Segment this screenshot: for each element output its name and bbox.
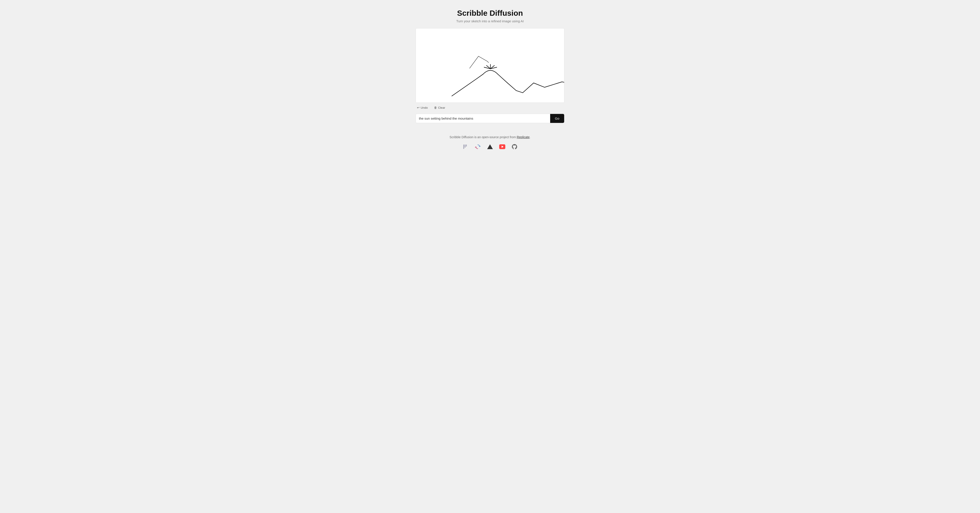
vercel-icon: [487, 145, 493, 149]
svg-rect-6: [465, 145, 466, 148]
go-button[interactable]: Go: [550, 114, 564, 123]
footer-text: Scribble Diffusion is an open-source pro…: [450, 135, 530, 139]
undo-button[interactable]: ↩ Undo: [415, 105, 429, 110]
clear-label: Clear: [438, 106, 445, 110]
footer-text-after: .: [530, 135, 530, 139]
prompt-row: Go: [415, 114, 564, 123]
cycle-footer-icon[interactable]: [474, 143, 481, 150]
svg-rect-5: [463, 145, 464, 149]
youtube-footer-icon[interactable]: [499, 143, 506, 150]
page-title: Scribble Diffusion: [457, 9, 523, 17]
sketch-canvas-wrapper[interactable]: [415, 28, 564, 103]
undo-label: Undo: [421, 106, 428, 110]
vercel-footer-icon[interactable]: [487, 143, 493, 150]
github-icon: [512, 144, 517, 149]
replicate-link[interactable]: Replicate: [517, 135, 530, 139]
page-subtitle: Turn your sketch into a refined image us…: [456, 19, 524, 23]
clear-icon: 🗑: [434, 106, 437, 110]
replicate-footer-icon[interactable]: [462, 143, 469, 150]
undo-icon: ↩: [417, 106, 420, 110]
footer-icons: [462, 143, 518, 150]
github-footer-icon[interactable]: [511, 143, 518, 150]
prompt-input[interactable]: [416, 114, 550, 123]
canvas-controls: ↩ Undo 🗑 Clear: [415, 105, 447, 110]
svg-rect-7: [466, 145, 467, 146]
footer-text-before: Scribble Diffusion is an open-source pro…: [450, 135, 517, 139]
replicate-icon: [463, 144, 468, 149]
clear-button[interactable]: 🗑 Clear: [433, 105, 447, 110]
sketch-canvas[interactable]: [416, 29, 564, 103]
main-container: Scribble Diffusion Turn your sketch into…: [415, 9, 564, 150]
cycle-icon: [475, 144, 480, 149]
youtube-icon: [499, 145, 505, 149]
